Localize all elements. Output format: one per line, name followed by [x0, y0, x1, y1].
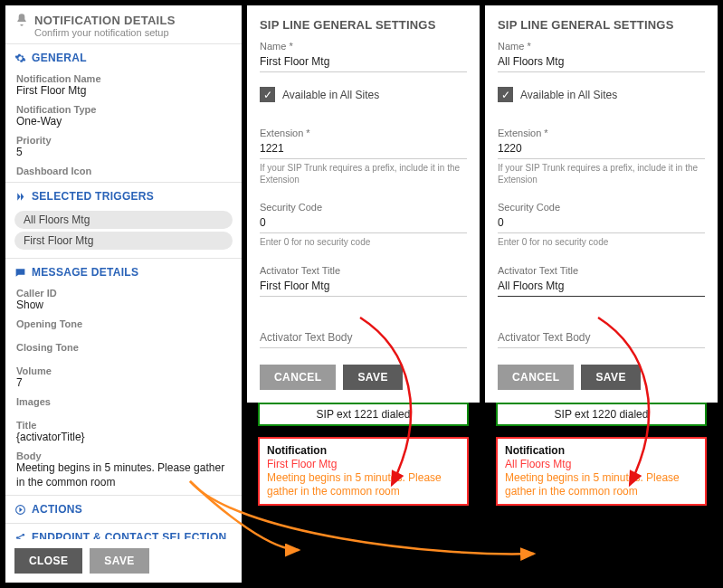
extension-input[interactable]: [260, 140, 467, 159]
security-help: Enter 0 for no security code: [260, 237, 467, 249]
section-endpoint-contact[interactable]: ENDPOINT & CONTACT SELECTION: [5, 526, 242, 539]
available-checkbox[interactable]: ✓: [498, 87, 513, 102]
message-icon: [14, 267, 26, 279]
cancel-button[interactable]: CANCEL: [260, 365, 336, 390]
activator-body-input[interactable]: [498, 329, 705, 348]
callerid-label: Caller ID: [5, 284, 242, 299]
volume-label: Volume: [5, 362, 242, 376]
ext-dialed-box: SIP ext 1221 dialed: [258, 403, 469, 426]
name-input[interactable]: [498, 53, 705, 72]
name-label: Name *: [260, 41, 467, 52]
section-selected-triggers[interactable]: SELECTED TRIGGERS: [5, 185, 242, 208]
sip-title: SIP LINE GENERAL SETTINGS: [498, 18, 705, 32]
opening-tone-label: Opening Tone: [5, 315, 242, 329]
extension-help: If your SIP Trunk requires a prefix, inc…: [498, 163, 705, 185]
security-input[interactable]: [260, 214, 467, 233]
type-label: Notification Type: [5, 100, 242, 115]
chevron-right-circle-icon: [14, 504, 26, 516]
sip-title: SIP LINE GENERAL SETTINGS: [260, 18, 467, 32]
notification-preview: Notification All Floors Mtg Meeting begi…: [496, 437, 707, 506]
images-label: Images: [5, 393, 242, 407]
notification-body: Meeting begins in 5 minutes. Please gath…: [267, 471, 460, 498]
notification-heading: Notification: [505, 444, 698, 458]
bell-icon: [14, 13, 29, 27]
extension-label: Extension *: [260, 128, 467, 138]
section-message-details[interactable]: MESSAGE DETAILS: [5, 261, 242, 284]
activator-body-input[interactable]: [260, 329, 467, 348]
gear-icon: [14, 52, 26, 64]
chevrons-right-icon: [14, 191, 26, 203]
ext-dialed-box: SIP ext 1220 dialed: [496, 403, 707, 426]
notification-heading: Notification: [267, 444, 460, 458]
trigger-item[interactable]: All Floors Mtg: [14, 211, 233, 229]
callerid-value: Show: [5, 299, 242, 315]
sip-settings-panel-1: SIP LINE GENERAL SETTINGS Name * ✓ Avail…: [247, 5, 480, 403]
priority-value: 5: [5, 146, 242, 162]
extension-label: Extension *: [498, 128, 705, 138]
body-value: Meeting begins in 5 minutes. Please gath…: [5, 461, 242, 493]
available-checkbox[interactable]: ✓: [260, 87, 275, 102]
sip-settings-panel-2: SIP LINE GENERAL SETTINGS Name * ✓ Avail…: [485, 5, 718, 403]
cancel-button[interactable]: CANCEL: [498, 365, 574, 390]
name-label: Notification Name: [5, 70, 242, 84]
body-label: Body: [5, 447, 242, 461]
security-input[interactable]: [498, 214, 705, 233]
available-label: Available in All Sites: [520, 89, 617, 101]
title-label: Title: [5, 416, 242, 431]
dashboard-icon-label: Dashboard Icon: [5, 162, 242, 176]
activator-title-label: Activator Text Title: [260, 265, 467, 276]
notification-title: All Floors Mtg: [505, 458, 698, 471]
name-value: First Floor Mtg: [5, 84, 242, 100]
extension-input[interactable]: [498, 140, 705, 159]
close-button[interactable]: CLOSE: [14, 548, 82, 574]
activator-title-input[interactable]: [498, 278, 705, 297]
section-actions[interactable]: ACTIONS: [5, 498, 242, 521]
activator-title-input[interactable]: [260, 278, 467, 297]
save-button[interactable]: SAVE: [343, 365, 402, 390]
trigger-item[interactable]: First Floor Mtg: [14, 232, 233, 250]
security-help: Enter 0 for no security code: [498, 237, 705, 249]
section-general[interactable]: GENERAL: [5, 46, 242, 70]
closing-tone-label: Closing Tone: [5, 338, 242, 353]
notification-details-panel: NOTIFICATION DETAILS Confirm your notifi…: [5, 5, 242, 583]
priority-label: Priority: [5, 131, 242, 146]
share-icon: [14, 532, 26, 539]
name-input[interactable]: [260, 53, 467, 72]
available-label: Available in All Sites: [282, 89, 379, 101]
notification-preview: Notification First Floor Mtg Meeting beg…: [258, 437, 469, 506]
notification-title: First Floor Mtg: [267, 458, 460, 471]
extension-help: If your SIP Trunk requires a prefix, inc…: [260, 163, 467, 185]
security-label: Security Code: [260, 202, 467, 213]
name-label: Name *: [498, 41, 705, 52]
title-value: {activatorTitle}: [5, 431, 242, 447]
type-value: One-Way: [5, 115, 242, 131]
security-label: Security Code: [498, 202, 705, 213]
save-button[interactable]: SAVE: [90, 548, 148, 574]
panel-subtitle: Confirm your notification setup: [5, 27, 242, 42]
volume-value: 7: [5, 376, 242, 393]
activator-title-label: Activator Text Title: [498, 265, 705, 276]
notification-body: Meeting begins in 5 minutes. Please gath…: [505, 471, 698, 498]
save-button[interactable]: SAVE: [581, 365, 640, 390]
panel-title: NOTIFICATION DETAILS: [34, 14, 176, 27]
